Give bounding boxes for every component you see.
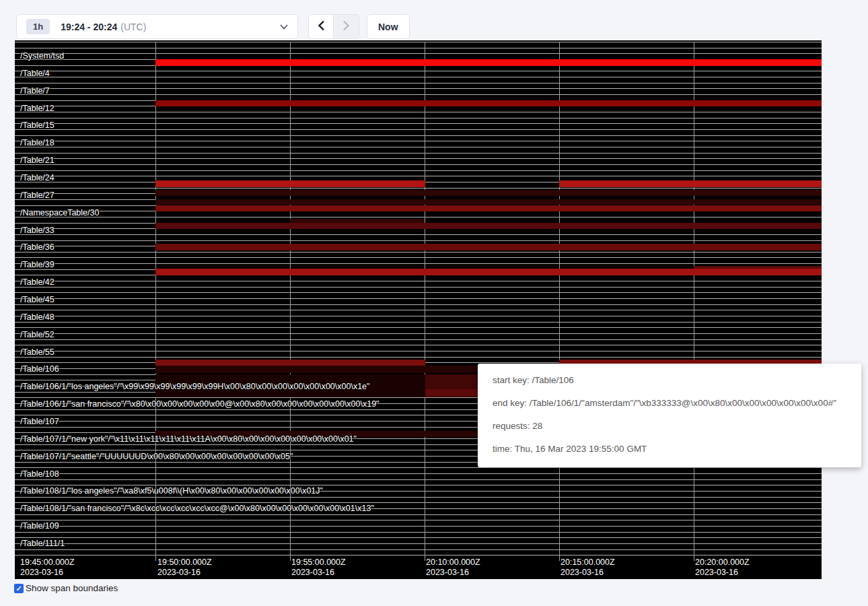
span-boundary-line	[15, 240, 822, 241]
x-axis-tick: 20:15:00.000Z2023-03-16	[560, 558, 615, 578]
next-time-button[interactable]	[334, 14, 359, 39]
x-axis-tick-date: 2023-03-16	[20, 568, 75, 578]
time-range-selector[interactable]: 1h 19:24 - 20:24 (UTC)	[16, 14, 298, 39]
row-label: /Table/55	[20, 347, 55, 358]
span-boundary-line	[15, 71, 822, 71]
span-boundary-line	[15, 42, 822, 42]
x-axis-tick-time: 20:20:00.000Z	[695, 558, 750, 568]
span-boundary-line	[15, 252, 822, 252]
row-label: /Table/48	[20, 312, 55, 323]
show-span-boundaries-checkbox[interactable]: ✓	[14, 584, 24, 593]
span-boundary-line	[15, 123, 822, 124]
span-boundary-line	[15, 129, 822, 130]
span-boundary-line	[15, 94, 822, 95]
heat-band	[559, 180, 822, 187]
heat-band	[155, 199, 822, 205]
row-label: /Table/107	[20, 416, 59, 427]
span-boundary-line	[15, 153, 822, 154]
time-gridline	[155, 42, 156, 561]
span-boundary-line	[15, 164, 822, 165]
x-axis-tick-time: 19:45:00.000Z	[20, 558, 75, 568]
span-boundary-line	[15, 88, 822, 89]
row-label: /Table/106/1/"los angeles"/"\x99\x99\x99…	[20, 381, 369, 392]
span-boundary-line	[15, 147, 822, 147]
timezone-label: (UTC)	[120, 22, 146, 32]
span-boundary-line	[15, 170, 822, 171]
span-boundary-line	[15, 234, 822, 235]
chevron-right-icon	[342, 20, 350, 34]
span-boundary-line	[15, 479, 822, 480]
x-axis-tick-date: 2023-03-16	[291, 568, 346, 578]
time-range-label: 19:24 - 20:24	[61, 22, 117, 32]
span-boundary-line	[15, 48, 822, 48]
row-label: /Table/109	[20, 520, 59, 531]
row-label: /Table/4	[20, 68, 50, 79]
span-boundary-line	[15, 304, 822, 305]
heat-band	[155, 205, 822, 211]
row-label: /Table/21	[20, 155, 55, 166]
row-label: /Table/106/1/"san francisco"/"\x80\x00\x…	[20, 399, 379, 409]
row-label: /Table/33	[20, 225, 55, 236]
now-button[interactable]: Now	[367, 14, 410, 39]
show-span-boundaries-control[interactable]: ✓ Show span boundaries	[14, 583, 118, 593]
span-boundary-line	[15, 333, 822, 334]
time-gridline	[425, 42, 425, 561]
span-boundary-line	[15, 514, 822, 515]
span-boundary-line	[15, 83, 822, 83]
span-boundary-line	[15, 316, 822, 316]
heat-band	[155, 59, 822, 66]
span-boundary-line	[15, 327, 822, 328]
span-boundary-line	[15, 292, 822, 293]
row-label: /Table/111/1	[20, 538, 65, 549]
span-boundary-line	[15, 467, 822, 468]
x-axis-tick-time: 20:15:00.000Z	[560, 558, 615, 568]
row-label: /Table/52	[20, 329, 55, 340]
x-axis-tick-date: 2023-03-16	[426, 568, 480, 578]
time-nav-group	[308, 14, 359, 39]
row-label: /Table/108/1/"san francisco"/"\x8c\xcc\x…	[20, 503, 374, 514]
row-label: /System/tsd	[20, 50, 64, 61]
time-gridline	[290, 42, 291, 561]
span-boundary-line	[15, 176, 822, 176]
row-label: /Table/7	[20, 86, 50, 96]
row-label: /Table/27	[20, 190, 55, 201]
row-label: /Table/107/1/"seattle"/"UUUUUUD\x00\x80\…	[20, 451, 293, 462]
tooltip-end-key: end key: /Table/106/1/"amsterdam"/"\xb33…	[493, 396, 846, 410]
key-visualizer-canvas[interactable]: /System/tsd/Table/4/Table/7/Table/12/Tab…	[15, 40, 822, 579]
span-boundary-line	[15, 77, 822, 77]
x-axis-tick: 19:55:00.000Z2023-03-16	[291, 558, 346, 578]
span-boundary-line	[15, 188, 822, 189]
span-boundary-line	[15, 497, 822, 498]
row-label: /Table/36	[20, 242, 55, 252]
row-label: /Table/108/1/"los angeles"/"\xa8\xf5\u00…	[20, 485, 323, 496]
row-label: /Table/45	[20, 294, 55, 305]
show-span-boundaries-label: Show span boundaries	[26, 583, 118, 593]
span-boundary-line	[15, 217, 822, 217]
span-boundary-line	[15, 322, 822, 323]
x-axis-tick-date: 2023-03-16	[695, 568, 750, 578]
span-boundary-line	[15, 345, 822, 345]
span-boundary-line	[15, 158, 822, 159]
span-boundary-line	[15, 357, 822, 358]
row-label: /NamespaceTable/30	[20, 207, 99, 218]
span-boundary-line	[15, 281, 822, 281]
x-axis-tick-time: 19:55:00.000Z	[291, 558, 346, 568]
tooltip-requests: requests: 28	[493, 419, 846, 433]
span-boundary-line	[15, 112, 822, 112]
prev-time-button[interactable]	[308, 14, 334, 39]
heat-band	[155, 244, 822, 250]
span-boundary-line	[15, 135, 822, 136]
span-boundary-line	[15, 298, 822, 299]
row-label: /Table/106	[20, 364, 59, 374]
span-boundary-line	[15, 339, 822, 340]
span-boundary-line	[15, 526, 822, 527]
heat-band	[155, 190, 822, 196]
span-boundary-line	[15, 520, 822, 520]
x-axis-tick: 20:20:00.000Z2023-03-16	[695, 558, 750, 578]
row-label: /Table/18	[20, 137, 55, 148]
chevron-left-icon	[318, 20, 325, 34]
tooltip-start-key: start key: /Table/106	[493, 373, 846, 387]
x-axis-tick-time: 20:10:00.000Z	[426, 558, 480, 568]
span-boundary-line	[15, 118, 822, 119]
row-label: /Table/42	[20, 277, 55, 288]
